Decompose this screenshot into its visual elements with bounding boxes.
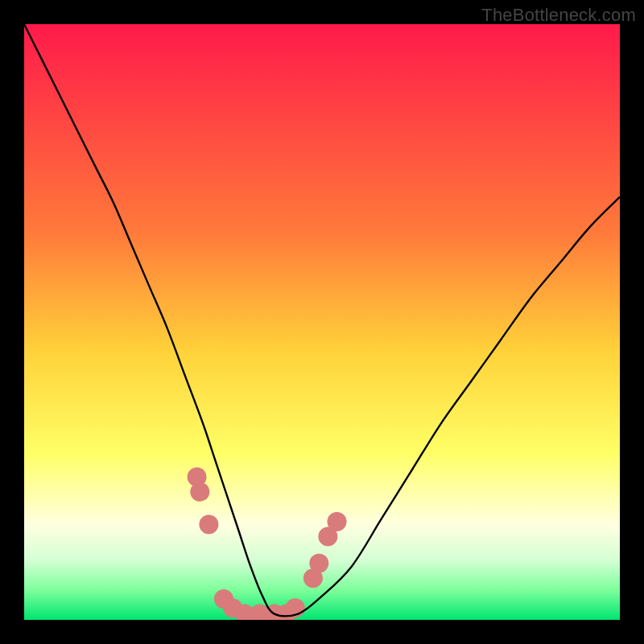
chart-svg [24,24,620,620]
data-marker [328,512,347,531]
chart-frame: TheBottleneck.com [0,0,644,644]
watermark-text: TheBottleneck.com [481,5,636,26]
data-marker [309,554,328,573]
plot-area [24,24,620,620]
data-marker [190,482,209,502]
data-marker [199,515,218,535]
